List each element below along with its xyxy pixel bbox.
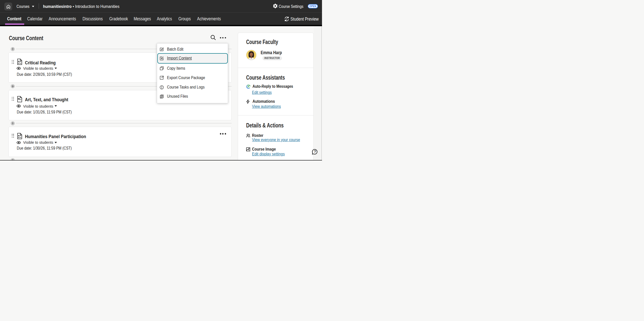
svg-text:?: ? <box>314 150 316 154</box>
